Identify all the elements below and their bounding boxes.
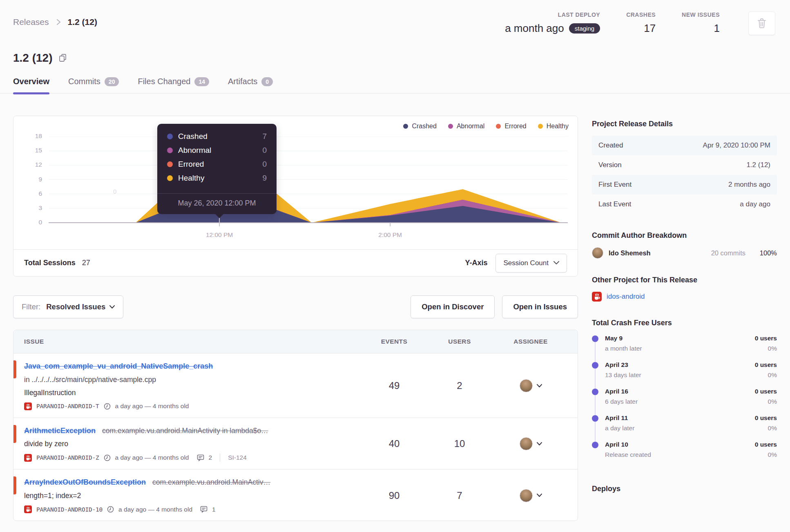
- issue-subtitle: com.example.vu.android.MainActiv…: [152, 478, 270, 486]
- legend-item-abnormal[interactable]: Abnormal: [448, 123, 484, 130]
- crash-free-item: April 10 Release created 0 users 0%: [592, 441, 777, 467]
- author-avatar: [592, 247, 603, 259]
- assignee-dropdown[interactable]: [494, 489, 567, 502]
- tooltip-row-errored: Errored 0: [167, 160, 267, 169]
- crash-free-item: May 9 a month later 0 users 0%: [592, 335, 777, 361]
- crashed-dot-icon: [167, 134, 173, 139]
- assignee-dropdown[interactable]: [494, 437, 567, 450]
- issues-controls: Filter: Resolved Issues Open in Discover…: [13, 295, 578, 318]
- issue-row: Java_com_example_vu_android_NativeSample…: [13, 353, 578, 418]
- issue-title-link[interactable]: Java_com_example_vu_android_NativeSample…: [24, 362, 213, 370]
- project-slug[interactable]: PARANOID-ANDROID-Z: [36, 454, 99, 461]
- legend-item-crashed[interactable]: Crashed: [403, 123, 436, 130]
- timeline-dot-icon: [592, 362, 598, 369]
- errored-dot-icon: [167, 161, 173, 167]
- crash-free-date: April 16: [605, 388, 755, 395]
- open-in-discover-button[interactable]: Open in Discover: [411, 295, 495, 318]
- y-tick: 0: [23, 219, 42, 226]
- y-tick: 18: [23, 132, 42, 140]
- stat-label: NEW ISSUES: [682, 11, 720, 18]
- issue-row: ArithmeticExceptioncom.example.vu.androi…: [13, 418, 578, 469]
- release-overview-page: Releases 1.2 (12) LAST DEPLOY a month ag…: [0, 0, 790, 532]
- tab-overview[interactable]: Overview: [13, 77, 49, 93]
- legend-item-healthy[interactable]: Healthy: [538, 123, 569, 130]
- x-tick: 12:00 PM: [191, 231, 248, 239]
- open-in-issues-button[interactable]: Open in Issues: [502, 295, 578, 318]
- yaxis-selected-value: Session Count: [503, 259, 549, 267]
- total-sessions-value: 27: [82, 259, 90, 267]
- crash-free-date: May 9: [605, 335, 755, 342]
- sessions-chart-svg[interactable]: [49, 136, 568, 227]
- timeline-dot-icon: [592, 442, 598, 448]
- crash-free-users: 0 users: [755, 441, 777, 448]
- detail-row-version: Version 1.2 (12): [592, 155, 777, 175]
- crash-free-date: April 10: [605, 441, 755, 448]
- detail-row-last-event: Last Event a day ago: [592, 194, 777, 214]
- error-level-bar: [13, 476, 16, 494]
- tab-commits[interactable]: Commits 20: [68, 77, 119, 93]
- chevron-down-icon: [537, 494, 542, 497]
- other-project-link[interactable]: idos-android: [592, 292, 777, 302]
- errored-dot-icon: [496, 124, 501, 129]
- stat-label: CRASHES: [626, 11, 656, 18]
- legend-item-errored[interactable]: Errored: [496, 123, 526, 130]
- java-project-icon: [24, 402, 32, 410]
- tab-files-changed[interactable]: Files Changed 14: [138, 77, 209, 93]
- issue-age: a day ago — 4 months old: [115, 454, 189, 461]
- events-count: 90: [364, 490, 425, 501]
- copy-icon[interactable]: [58, 53, 67, 63]
- stat-crashes: CRASHES 17: [626, 11, 656, 35]
- other-project-section: Other Project for This Release idos-andr…: [592, 276, 777, 302]
- tab-label: Overview: [13, 77, 49, 86]
- divider: [220, 454, 220, 462]
- filter-label: Filter:: [22, 302, 40, 311]
- issues-filter-dropdown[interactable]: Filter: Resolved Issues: [13, 295, 123, 318]
- clock-icon: [104, 454, 111, 461]
- detail-label: First Event: [598, 181, 632, 189]
- crash-free-item: April 11 a day later 0 users 0%: [592, 414, 777, 441]
- breadcrumb-releases[interactable]: Releases: [13, 17, 49, 27]
- issue-culprit: IllegalInstruction: [24, 389, 364, 397]
- environment-badge: staging: [569, 23, 600, 34]
- crash-free-item: April 23 13 days later 0 users 0%: [592, 361, 777, 388]
- release-sidebar: Project Release Details Created Apr 9, 2…: [592, 116, 777, 521]
- release-tabs: Overview Commits 20 Files Changed 14 Art…: [0, 77, 790, 94]
- issues-table-header: ISSUE EVENTS USERS ASSIGNEE: [13, 330, 578, 353]
- healthy-dot-icon: [538, 124, 543, 129]
- y-tick: 6: [23, 190, 42, 197]
- issue-title-link[interactable]: ArrayIndexOutOfBoundsException: [24, 478, 146, 486]
- faint-zero-label: 0: [113, 188, 116, 195]
- stat-last-deploy: LAST DEPLOY a month ago staging: [505, 11, 600, 35]
- timeline-dot-icon: [592, 389, 598, 395]
- assignee-avatar: [520, 437, 533, 450]
- error-level-bar: [13, 360, 16, 378]
- healthy-dot-icon: [167, 175, 173, 181]
- crashed-dot-icon: [403, 124, 408, 129]
- yaxis-select[interactable]: Session Count: [495, 254, 567, 273]
- issue-summary: ArithmeticExceptioncom.example.vu.androi…: [24, 426, 364, 462]
- author-name: Ido Shemesh: [609, 249, 651, 257]
- assignee-dropdown[interactable]: [494, 379, 567, 392]
- section-heading: Deploys: [592, 485, 777, 493]
- sessions-chart-card: 18 15 12 9 6 3 0 0 12:00 PM 2:00 PM Cras…: [13, 116, 578, 277]
- crash-free-sub: a day later: [605, 425, 755, 432]
- legend-label: Errored: [504, 123, 526, 130]
- detail-row-first-event: First Event 2 months ago: [592, 175, 777, 194]
- timeline-connector: [595, 342, 596, 363]
- issue-short-id: SI-124: [228, 454, 247, 461]
- delete-release-button[interactable]: [748, 11, 775, 35]
- tab-artifacts[interactable]: Artifacts 0: [228, 77, 273, 93]
- tooltip-row-crashed: Crashed 7: [167, 132, 267, 141]
- events-count: 40: [364, 438, 425, 449]
- section-heading: Commit Author Breakdown: [592, 231, 777, 240]
- chevron-right-icon: [56, 18, 61, 26]
- tooltip-row-healthy: Healthy 9: [167, 174, 267, 183]
- detail-value: 1.2 (12): [746, 161, 770, 169]
- column-issue: ISSUE: [24, 338, 364, 345]
- project-slug[interactable]: PARANOID-ANDROID-T: [36, 403, 99, 409]
- comments-count: 1: [212, 506, 216, 513]
- chevron-down-icon: [553, 261, 559, 265]
- project-slug[interactable]: PARANOID-ANDROID-10: [36, 506, 103, 513]
- issue-title-link[interactable]: ArithmeticException: [24, 427, 96, 435]
- assignee-avatar: [520, 379, 533, 392]
